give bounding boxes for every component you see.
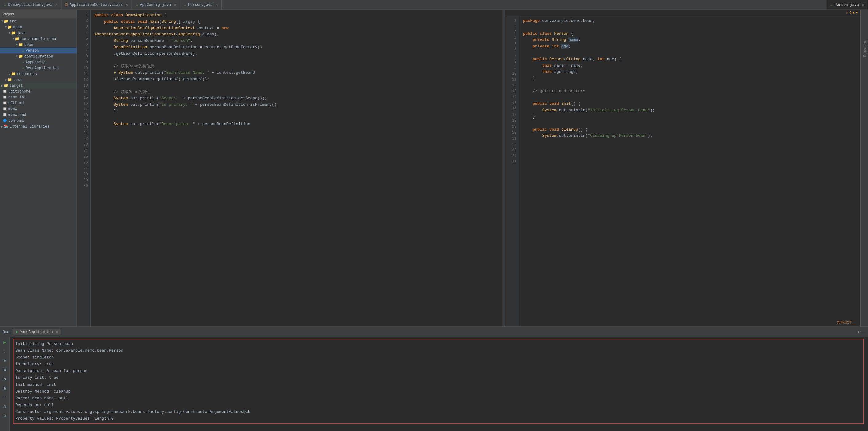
expand-arrow: ▶ xyxy=(9,72,10,76)
run-label: Run: xyxy=(2,330,10,334)
console-line-1: Initializing Person bean xyxy=(16,341,861,347)
run-tab-demo-application[interactable]: ▶ DemoApplication ✕ xyxy=(12,329,61,335)
tab-close-icon[interactable]: ✕ xyxy=(862,3,864,7)
console-line-11: Constructor argument values: org.springf… xyxy=(16,408,861,415)
left-code-container[interactable]: 12345 678910 1112131415 1617181920 21222… xyxy=(77,10,502,327)
console-line-9: Parent bean name: null xyxy=(16,395,861,402)
tree-label: demo.iml xyxy=(8,95,26,100)
tree-label: configuration xyxy=(24,54,53,59)
tree-item-gitignore[interactable]: 🔲 .gitignore xyxy=(0,89,76,94)
tree-item-demo-iml[interactable]: 🔲 demo.iml xyxy=(0,94,76,100)
warning-icon: ⚠ xyxy=(846,10,848,14)
tree-item-com-example-demo[interactable]: ▼ 📁 com.example.demo xyxy=(0,36,76,42)
run-icon: ▶ xyxy=(16,330,18,334)
tree-item-demoapplication[interactable]: ☕ DemoApplication xyxy=(0,65,76,71)
expand-arrow: ▼ xyxy=(16,43,18,47)
file-icon: 🔲 xyxy=(2,89,7,94)
left-code-content: public class DemoApplication { public st… xyxy=(91,10,502,327)
expand-arrow: ▶ xyxy=(1,125,3,128)
java-icon: ☕ xyxy=(22,66,24,70)
tree-label: main xyxy=(13,25,22,30)
minimize-button[interactable]: — xyxy=(863,330,866,335)
tree-item-test[interactable]: ▶ 📁 test xyxy=(0,77,76,83)
xml-icon: 🔷 xyxy=(2,118,7,123)
tree-item-appconfig[interactable]: ☕ AppConfig xyxy=(0,59,76,65)
editor-area: 12345 678910 1112131415 1617181920 21222… xyxy=(77,10,861,327)
warning-down[interactable]: ▼ xyxy=(856,11,858,14)
sidebar-header: Project xyxy=(0,10,76,19)
structure-sidebar: Structure xyxy=(861,10,868,327)
settings-panel-button[interactable]: ⚙ xyxy=(2,376,8,382)
grid-button[interactable]: ⊞ xyxy=(2,412,8,419)
list-button[interactable]: ☰ xyxy=(2,366,8,373)
console-highlighted-block: Initializing Person bean Bean Class Name… xyxy=(13,339,864,424)
bottom-panel-header: Run: ▶ DemoApplication ✕ ⚙ — xyxy=(0,327,868,337)
delete-button[interactable]: 🗑 xyxy=(2,403,8,410)
tab-close-icon[interactable]: ✕ xyxy=(126,3,128,7)
console-line-10: Depends on: null xyxy=(16,402,861,408)
tab-application-context[interactable]: © ApplicationContext.class ✕ xyxy=(61,0,132,9)
file-icon: 🔲 xyxy=(2,95,7,100)
run-tab-label: DemoApplication xyxy=(20,330,53,334)
expand-arrow: ▶ xyxy=(1,84,3,88)
tab-close-icon[interactable]: ✕ xyxy=(55,3,58,7)
scroll-button[interactable]: ↕ xyxy=(2,394,8,401)
bottom-panel: Run: ▶ DemoApplication ✕ ⚙ — ▶ ↓ ⊞ ☰ ⚙ 🖨… xyxy=(0,327,868,431)
right-editor-pane: ⚠ 6 ▲ ▼ 12345 678910 1112131415 16171819… xyxy=(505,10,861,327)
folder-icon: 📁 xyxy=(7,25,12,30)
tree-item-mvnw-cmd[interactable]: 🔲 mvnw.cmd xyxy=(0,112,76,118)
structure-label: Structure xyxy=(863,40,866,57)
tree-item-bean[interactable]: ▼ 📁 bean xyxy=(0,42,76,48)
settings-button[interactable]: ⚙ xyxy=(858,329,860,335)
tab-label: Person.java xyxy=(835,3,859,7)
expand-arrow: ▶ xyxy=(5,78,7,82)
tree-item-java[interactable]: ▼ 📁 java xyxy=(0,30,76,36)
tree-label: mvnw.cmd xyxy=(8,113,26,117)
tab-person-right[interactable]: ☕ Person.java ✕ xyxy=(827,0,868,9)
java-file-icon: ☕ xyxy=(184,2,186,7)
editor-divider xyxy=(503,10,505,327)
tree-label: HELP.md xyxy=(8,101,24,105)
main-content: Project ▼ 📁 src ▼ 📁 main ▼ 📁 java ▼ 📁 co… xyxy=(0,10,868,327)
expand-arrow: ▼ xyxy=(16,55,18,58)
sidebar-title: Project xyxy=(2,12,14,16)
right-code-container[interactable]: 12345 678910 1112131415 1617181920 21222… xyxy=(505,16,860,327)
tree-item-configuration[interactable]: ▼ 📁 configuration xyxy=(0,54,76,59)
tab-close-icon[interactable]: ✕ xyxy=(174,3,176,7)
tree-item-mvnw[interactable]: 🔲 mvnw xyxy=(0,106,76,112)
tab-person-left[interactable]: ☕ Person.java ✕ xyxy=(180,0,222,9)
tree-item-person[interactable]: ☕ Person xyxy=(0,48,76,54)
tree-item-pom-xml[interactable]: 🔷 pom.xml xyxy=(0,118,76,124)
tree-item-target[interactable]: ▶ 📁 target xyxy=(0,83,76,89)
tree-item-help-md[interactable]: 🔲 HELP.md xyxy=(0,100,76,106)
folder-icon: 📁 xyxy=(15,37,19,41)
tab-demo-application[interactable]: ☕ DemoApplication.java ✕ xyxy=(0,0,61,9)
tree-item-main[interactable]: ▼ 📁 main xyxy=(0,24,76,30)
java-file-icon: ☕ xyxy=(830,2,833,7)
console-line-7: Init method: init xyxy=(16,381,861,388)
console-line-2: Bean Class Name: com.example.demo.bean.P… xyxy=(16,347,861,354)
tree-label: .gitignore xyxy=(8,89,30,94)
console-line-8: Destroy method: cleanup xyxy=(16,388,861,395)
run-button[interactable]: ▶ xyxy=(2,339,8,345)
file-icon: 🔲 xyxy=(2,107,7,111)
tree-item-external-libraries[interactable]: ▶ 📚 External Libraries xyxy=(0,124,76,129)
folder-icon: 📁 xyxy=(4,19,8,24)
console-line-6: Is lazy init: true xyxy=(16,374,861,381)
run-tab-close[interactable]: ✕ xyxy=(56,330,58,334)
tab-label: DemoApplication.java xyxy=(8,3,52,7)
tab-bar: ☕ DemoApplication.java ✕ © ApplicationCo… xyxy=(0,0,868,10)
expand-arrow: ▼ xyxy=(1,20,3,23)
warning-up[interactable]: ▲ xyxy=(852,11,855,14)
java-icon: ☕ xyxy=(22,60,24,65)
tree-label: java xyxy=(17,31,26,35)
print-button[interactable]: 🖨 xyxy=(2,385,8,392)
stop-button[interactable]: ↓ xyxy=(2,348,8,355)
tree-label: test xyxy=(13,78,22,82)
tree-item-src[interactable]: ▼ 📁 src xyxy=(0,19,76,24)
rerun-button[interactable]: ⊞ xyxy=(2,357,8,364)
tree-item-resources[interactable]: ▶ 📁 resources xyxy=(0,71,76,77)
tab-close-icon[interactable]: ✕ xyxy=(216,3,218,7)
right-code-content: package com.example.demo.bean; public cl… xyxy=(519,16,860,327)
tab-app-config[interactable]: ☕ AppConfig.java ✕ xyxy=(132,0,180,9)
